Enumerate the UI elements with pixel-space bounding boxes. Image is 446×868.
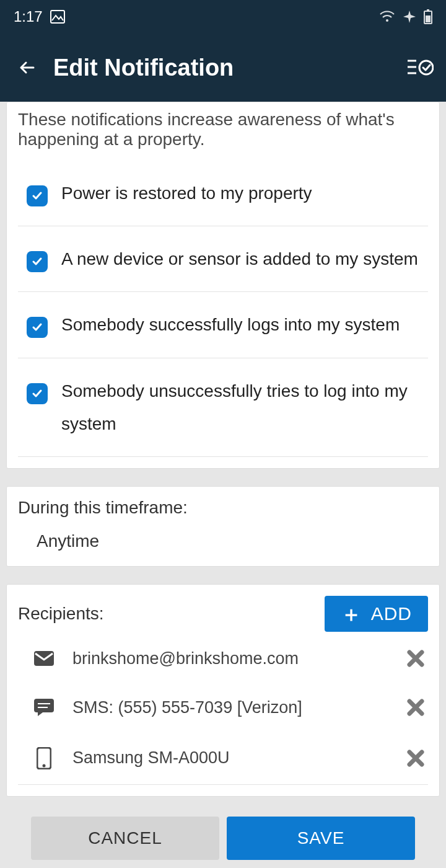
status-bar: 1:17	[0, 0, 446, 33]
svg-rect-3	[427, 9, 429, 11]
sms-icon	[32, 699, 56, 716]
close-icon	[407, 699, 424, 716]
svg-rect-10	[34, 699, 54, 712]
notification-option[interactable]: Power is restored to my property	[18, 161, 428, 226]
timeframe-value: Anytime	[37, 531, 428, 551]
notifications-intro: These notifications increase awareness o…	[18, 110, 428, 149]
email-icon	[32, 651, 56, 666]
page-title: Edit Notification	[53, 55, 399, 81]
svg-rect-4	[426, 16, 431, 22]
close-icon	[407, 750, 424, 767]
app-bar: Edit Notification	[0, 33, 446, 102]
recipients-title: Recipients:	[18, 604, 104, 624]
svg-rect-9	[34, 651, 54, 666]
airplane-icon	[403, 10, 416, 24]
svg-point-14	[43, 764, 46, 767]
svg-point-8	[419, 61, 433, 74]
checkmark-icon	[31, 388, 43, 400]
footer-buttons: CANCEL SAVE	[6, 797, 440, 860]
recipient-text: brinkshome@brinkshome.com	[72, 649, 387, 668]
divider	[18, 784, 428, 785]
checkmark-icon	[31, 190, 43, 202]
notification-option[interactable]: Somebody successfully logs into my syste…	[18, 292, 428, 358]
recipient-row: brinkshome@brinkshome.com	[32, 634, 428, 683]
notification-option[interactable]: Somebody unsuccessfully tries to log int…	[18, 358, 428, 457]
notification-option-label: Somebody unsuccessfully tries to log int…	[61, 374, 428, 440]
svg-rect-0	[51, 11, 64, 23]
recipient-text: SMS: (555) 555-7039 [Verizon]	[72, 698, 387, 717]
notification-option[interactable]: A new device or sensor is added to my sy…	[18, 226, 428, 292]
add-recipient-label: ADD	[371, 603, 412, 624]
recipient-row: Samsung SM-A000U	[32, 732, 428, 784]
delete-recipient-button[interactable]	[403, 750, 428, 767]
delete-recipient-button[interactable]	[403, 699, 428, 716]
arrow-left-icon	[16, 56, 38, 79]
timeframe-title: During this timeframe:	[18, 498, 428, 518]
delete-recipient-button[interactable]	[403, 650, 428, 667]
recipients-card: Recipients: ＋ ADD brinkshome@brinkshome.…	[6, 584, 440, 797]
picture-icon	[50, 10, 65, 24]
notification-option-label: A new device or sensor is added to my sy…	[61, 242, 418, 275]
recipient-text: Samsung SM-A000U	[72, 748, 387, 768]
list-check-icon	[408, 57, 434, 78]
settings-action[interactable]	[399, 57, 434, 78]
recipient-row: SMS: (555) 555-7039 [Verizon]	[32, 683, 428, 732]
add-recipient-button[interactable]: ＋ ADD	[325, 596, 428, 632]
checkbox[interactable]	[27, 383, 48, 404]
notifications-card: These notifications increase awareness o…	[6, 102, 440, 469]
plus-icon: ＋	[341, 603, 362, 624]
checkmark-icon	[31, 255, 43, 268]
timeframe-card[interactable]: During this timeframe: Anytime	[6, 486, 440, 567]
cancel-button[interactable]: CANCEL	[31, 817, 219, 860]
svg-point-1	[386, 19, 388, 22]
checkmark-icon	[31, 321, 43, 334]
wifi-icon	[379, 11, 395, 23]
close-icon	[407, 650, 424, 667]
save-button[interactable]: SAVE	[227, 817, 415, 860]
back-button[interactable]	[12, 56, 42, 79]
checkbox[interactable]	[27, 251, 48, 272]
notification-option-label: Somebody successfully logs into my syste…	[61, 308, 400, 341]
notification-option-label: Power is restored to my property	[61, 177, 312, 210]
checkbox[interactable]	[27, 185, 48, 206]
phone-icon	[32, 747, 56, 769]
status-time: 1:17	[14, 8, 43, 25]
battery-icon	[424, 9, 432, 24]
checkbox[interactable]	[27, 317, 48, 338]
